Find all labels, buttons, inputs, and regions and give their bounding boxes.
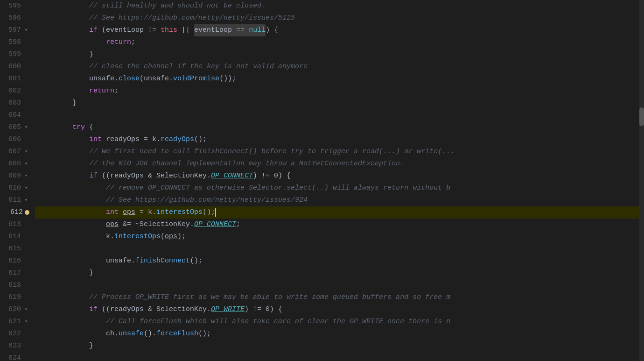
- gutter-613: 613: [0, 219, 29, 231]
- code-line-609: if ((readyOps & SelectionKey.OP_CONNECT)…: [35, 170, 644, 182]
- gutter-595: 595: [0, 0, 29, 12]
- code-line-623: }: [35, 340, 644, 352]
- gutter-604: 604: [0, 109, 29, 121]
- fold-icon-600[interactable]: [23, 64, 29, 70]
- gutter-600: 600: [0, 61, 29, 73]
- gutter-611: 611 ▾: [0, 194, 29, 206]
- code-line-610: // remove OP_CONNECT as otherwise Select…: [35, 182, 644, 194]
- gutter-617: 617: [0, 267, 29, 279]
- code-line-606: int readyOps = k.readyOps();: [35, 134, 644, 146]
- gutter-614: 614: [0, 231, 29, 243]
- fold-icon-598[interactable]: [23, 39, 29, 46]
- gutter-620: 620 ▾: [0, 304, 29, 316]
- gutter-616: 616: [0, 255, 29, 267]
- fold-icon-601[interactable]: [23, 76, 29, 82]
- code-line-615: [35, 243, 644, 255]
- code-line-595: // still healthy and should not be close…: [35, 0, 644, 12]
- fold-icon-621[interactable]: ▾: [23, 319, 29, 325]
- code-line-601: unsafe.close(unsafe.voidPromise());: [35, 73, 644, 85]
- gutter-596: 596: [0, 12, 29, 24]
- gutter-602: 602: [0, 85, 29, 97]
- gutter-608: 608 ▾: [0, 158, 29, 170]
- code-line-598: return;: [35, 36, 644, 49]
- fold-icon-596[interactable]: [23, 15, 29, 21]
- fold-icon-617[interactable]: [23, 270, 29, 276]
- code-line-607: // We first need to call finishConnect()…: [35, 146, 644, 158]
- code-line-619: // Process OP_WRITE first as we may be a…: [35, 291, 644, 304]
- code-line-596: // See https://github.com/netty/netty/is…: [35, 12, 644, 24]
- fold-icon-613[interactable]: [23, 221, 29, 228]
- gutter-622: 622: [0, 328, 29, 340]
- fold-icon-620[interactable]: ▾: [23, 306, 29, 313]
- fold-icon-603[interactable]: [23, 100, 29, 106]
- gutter-621: 621 ▾: [0, 316, 29, 328]
- gutter-612: 612: [0, 206, 29, 219]
- fold-icon-611[interactable]: ▾: [23, 197, 29, 204]
- scrollbar-thumb[interactable]: [639, 107, 644, 126]
- code-line-611: // See https://github.com/netty/netty/is…: [35, 194, 644, 206]
- text-cursor: [215, 208, 216, 217]
- code-line-603: }: [35, 97, 644, 109]
- code-line-597: if (eventLoop != this || eventLoop == nu…: [35, 24, 644, 36]
- fold-icon-599[interactable]: [23, 51, 29, 58]
- breakpoint-612[interactable]: [25, 210, 29, 215]
- fold-icon-623[interactable]: [23, 343, 29, 349]
- fold-icon-595[interactable]: [23, 3, 29, 9]
- gutter-623: 623: [0, 340, 29, 352]
- gutter-610: 610 ▾: [0, 182, 29, 194]
- gutter-603: 603: [0, 97, 29, 109]
- gutter-624: 624: [0, 352, 29, 361]
- code-editor: 595 596 597 ▾ 598 599: [0, 0, 644, 361]
- gutter-599: 599: [0, 49, 29, 61]
- fold-icon-610[interactable]: ▾: [23, 185, 29, 191]
- code-line-600: // close the channel if the key is not v…: [35, 61, 644, 73]
- fold-icon-622[interactable]: [23, 331, 29, 337]
- code-content[interactable]: // still healthy and should not be close…: [35, 0, 644, 361]
- fold-icon-616[interactable]: [23, 258, 29, 264]
- fold-icon-607[interactable]: ▾: [23, 149, 29, 155]
- fold-icon-619[interactable]: [23, 294, 29, 301]
- gutter-606: 606: [0, 134, 29, 146]
- code-line-602: return;: [35, 85, 644, 97]
- gutter-615: 615: [0, 243, 29, 255]
- fold-icon-604[interactable]: [23, 112, 29, 119]
- fold-icon-606[interactable]: [23, 136, 29, 143]
- code-line-620: if ((readyOps & SelectionKey.OP_WRITE) !…: [35, 304, 644, 316]
- code-line-621: // Call forceFlush which will also take …: [35, 316, 644, 328]
- code-line-613: ops &= ~SelectionKey.OP_CONNECT;: [35, 219, 644, 231]
- fold-icon-597[interactable]: ▾: [23, 27, 29, 34]
- gutter-619: 619: [0, 291, 29, 304]
- code-line-604: [35, 109, 644, 121]
- gutter-597: 597 ▾: [0, 24, 29, 36]
- code-line-608: // the NIO JDK channel implementation ma…: [35, 158, 644, 170]
- fold-icon-602[interactable]: [23, 88, 29, 94]
- gutter-609: 609 ▾: [0, 170, 29, 182]
- fold-icon-605[interactable]: ▾: [23, 124, 29, 131]
- gutter-618: 618: [0, 279, 29, 291]
- fold-icon-608[interactable]: ▾: [23, 161, 29, 167]
- code-line-624: [35, 352, 644, 361]
- fold-icon-618[interactable]: [23, 282, 29, 289]
- code-line-612: int ops = k.interestOps();: [35, 206, 644, 219]
- code-line-617: }: [35, 267, 644, 279]
- scrollbar[interactable]: [639, 0, 644, 361]
- fold-icon-614[interactable]: [23, 234, 29, 240]
- line-numbers: 595 596 597 ▾ 598 599: [0, 0, 35, 361]
- code-line-618: [35, 279, 644, 291]
- gutter-601: 601: [0, 73, 29, 85]
- code-line-616: unsafe.finishConnect();: [35, 255, 644, 267]
- fold-icon-615[interactable]: [23, 246, 29, 252]
- gutter-607: 607 ▾: [0, 146, 29, 158]
- code-line-599: }: [35, 49, 644, 61]
- code-line-622: ch.unsafe().forceFlush();: [35, 328, 644, 340]
- code-line-614: k.interestOps(ops);: [35, 231, 644, 243]
- gutter-598: 598: [0, 36, 29, 49]
- fold-icon-609[interactable]: ▾: [23, 173, 29, 179]
- code-line-605: try {: [35, 121, 644, 134]
- gutter-605: 605 ▾: [0, 121, 29, 134]
- fold-icon-624[interactable]: [23, 355, 29, 361]
